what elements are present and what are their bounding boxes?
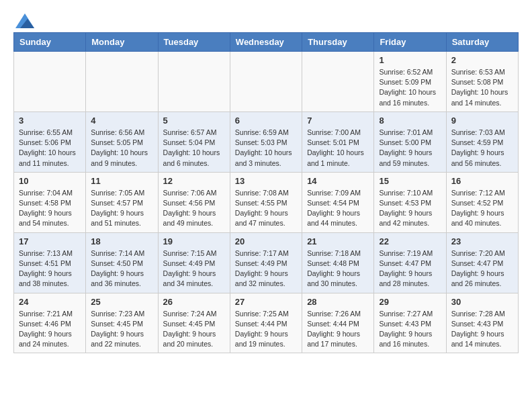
week-row: 24Sunrise: 7:21 AM Sunset: 4:46 PM Dayli… [14,293,519,353]
day-info: Sunrise: 7:18 AM Sunset: 4:48 PM Dayligh… [307,248,369,289]
day-info: Sunrise: 7:10 AM Sunset: 4:53 PM Dayligh… [379,188,441,229]
day-cell: 20Sunrise: 7:17 AM Sunset: 4:49 PM Dayli… [230,232,302,293]
logo [13,13,34,26]
day-number: 24 [19,297,81,307]
day-info: Sunrise: 7:01 AM Sunset: 5:00 PM Dayligh… [379,128,441,169]
day-info: Sunrise: 7:09 AM Sunset: 4:54 PM Dayligh… [307,188,369,229]
day-header-saturday: Saturday [446,33,518,52]
day-number: 19 [163,236,225,246]
day-cell: 5Sunrise: 6:57 AM Sunset: 5:04 PM Daylig… [158,111,230,172]
day-cell [14,52,86,112]
day-number: 8 [379,116,441,126]
day-info: Sunrise: 7:04 AM Sunset: 4:58 PM Dayligh… [19,188,81,229]
day-number: 20 [235,236,297,246]
day-number: 1 [379,55,441,65]
day-cell: 25Sunrise: 7:23 AM Sunset: 4:45 PM Dayli… [86,293,158,353]
day-cell: 6Sunrise: 6:59 AM Sunset: 5:03 PM Daylig… [230,111,302,172]
day-number: 23 [451,236,513,246]
day-cell [86,52,158,112]
day-cell [158,52,230,112]
day-cell: 18Sunrise: 7:14 AM Sunset: 4:50 PM Dayli… [86,232,158,293]
day-number: 26 [163,297,225,307]
day-info: Sunrise: 7:27 AM Sunset: 4:43 PM Dayligh… [379,309,441,350]
day-info: Sunrise: 6:55 AM Sunset: 5:06 PM Dayligh… [19,128,81,169]
day-number: 11 [91,176,152,186]
day-info: Sunrise: 7:12 AM Sunset: 4:52 PM Dayligh… [451,188,513,229]
week-row: 17Sunrise: 7:13 AM Sunset: 4:51 PM Dayli… [14,232,519,293]
day-cell [230,52,302,112]
day-info: Sunrise: 7:03 AM Sunset: 4:59 PM Dayligh… [451,128,513,169]
day-info: Sunrise: 7:15 AM Sunset: 4:49 PM Dayligh… [163,248,225,289]
day-info: Sunrise: 7:13 AM Sunset: 4:51 PM Dayligh… [19,248,81,289]
day-cell: 9Sunrise: 7:03 AM Sunset: 4:59 PM Daylig… [446,111,518,172]
day-header-tuesday: Tuesday [158,33,230,52]
day-number: 28 [307,297,369,307]
day-info: Sunrise: 7:21 AM Sunset: 4:46 PM Dayligh… [19,309,81,350]
day-cell: 28Sunrise: 7:26 AM Sunset: 4:44 PM Dayli… [302,293,374,353]
day-number: 21 [307,236,369,246]
day-number: 18 [91,236,152,246]
week-row: 3Sunrise: 6:55 AM Sunset: 5:06 PM Daylig… [14,111,519,172]
day-info: Sunrise: 7:06 AM Sunset: 4:56 PM Dayligh… [163,188,225,229]
day-number: 30 [451,297,513,307]
day-info: Sunrise: 6:56 AM Sunset: 5:05 PM Dayligh… [91,128,152,169]
day-cell: 13Sunrise: 7:08 AM Sunset: 4:55 PM Dayli… [230,172,302,232]
day-info: Sunrise: 7:00 AM Sunset: 5:01 PM Dayligh… [307,128,369,169]
day-cell: 14Sunrise: 7:09 AM Sunset: 4:54 PM Dayli… [302,172,374,232]
week-row: 10Sunrise: 7:04 AM Sunset: 4:58 PM Dayli… [14,172,519,232]
day-number: 3 [19,116,81,126]
day-cell: 23Sunrise: 7:20 AM Sunset: 4:47 PM Dayli… [446,232,518,293]
day-number: 27 [235,297,297,307]
day-cell: 30Sunrise: 7:28 AM Sunset: 4:43 PM Dayli… [446,293,518,353]
day-info: Sunrise: 7:24 AM Sunset: 4:45 PM Dayligh… [163,309,225,350]
day-number: 22 [379,236,441,246]
day-cell: 19Sunrise: 7:15 AM Sunset: 4:49 PM Dayli… [158,232,230,293]
day-header-wednesday: Wednesday [230,33,302,52]
day-cell: 8Sunrise: 7:01 AM Sunset: 5:00 PM Daylig… [374,111,446,172]
day-header-monday: Monday [86,33,158,52]
day-number: 4 [91,116,152,126]
day-cell: 21Sunrise: 7:18 AM Sunset: 4:48 PM Dayli… [302,232,374,293]
day-info: Sunrise: 7:25 AM Sunset: 4:44 PM Dayligh… [235,309,297,350]
day-number: 12 [163,176,225,186]
day-cell: 3Sunrise: 6:55 AM Sunset: 5:06 PM Daylig… [14,111,86,172]
day-number: 9 [451,116,513,126]
day-header-thursday: Thursday [302,33,374,52]
day-number: 15 [379,176,441,186]
day-cell: 29Sunrise: 7:27 AM Sunset: 4:43 PM Dayli… [374,293,446,353]
week-row: 1Sunrise: 6:52 AM Sunset: 5:09 PM Daylig… [14,52,519,112]
day-cell: 7Sunrise: 7:00 AM Sunset: 5:01 PM Daylig… [302,111,374,172]
day-number: 2 [451,55,513,65]
day-cell: 15Sunrise: 7:10 AM Sunset: 4:53 PM Dayli… [374,172,446,232]
day-cell: 27Sunrise: 7:25 AM Sunset: 4:44 PM Dayli… [230,293,302,353]
day-cell [302,52,374,112]
day-number: 25 [91,297,152,307]
day-number: 6 [235,116,297,126]
day-info: Sunrise: 7:08 AM Sunset: 4:55 PM Dayligh… [235,188,297,229]
header-row: SundayMondayTuesdayWednesdayThursdayFrid… [14,33,519,52]
day-cell: 26Sunrise: 7:24 AM Sunset: 4:45 PM Dayli… [158,293,230,353]
day-info: Sunrise: 7:28 AM Sunset: 4:43 PM Dayligh… [451,309,513,350]
day-info: Sunrise: 6:57 AM Sunset: 5:04 PM Dayligh… [163,128,225,169]
day-info: Sunrise: 7:19 AM Sunset: 4:47 PM Dayligh… [379,248,441,289]
day-info: Sunrise: 7:20 AM Sunset: 4:47 PM Dayligh… [451,248,513,289]
day-cell: 17Sunrise: 7:13 AM Sunset: 4:51 PM Dayli… [14,232,86,293]
logo-icon [15,13,34,28]
day-number: 7 [307,116,369,126]
day-number: 17 [19,236,81,246]
calendar-table: SundayMondayTuesdayWednesdayThursdayFrid… [13,32,519,353]
day-cell: 12Sunrise: 7:06 AM Sunset: 4:56 PM Dayli… [158,172,230,232]
day-info: Sunrise: 6:52 AM Sunset: 5:09 PM Dayligh… [379,67,441,108]
day-cell: 11Sunrise: 7:05 AM Sunset: 4:57 PM Dayli… [86,172,158,232]
header [13,13,519,26]
day-number: 29 [379,297,441,307]
day-info: Sunrise: 7:23 AM Sunset: 4:45 PM Dayligh… [91,309,152,350]
day-info: Sunrise: 7:05 AM Sunset: 4:57 PM Dayligh… [91,188,152,229]
day-info: Sunrise: 6:53 AM Sunset: 5:08 PM Dayligh… [451,67,513,108]
day-cell: 2Sunrise: 6:53 AM Sunset: 5:08 PM Daylig… [446,52,518,112]
day-number: 16 [451,176,513,186]
day-cell: 24Sunrise: 7:21 AM Sunset: 4:46 PM Dayli… [14,293,86,353]
day-info: Sunrise: 6:59 AM Sunset: 5:03 PM Dayligh… [235,128,297,169]
day-header-friday: Friday [374,33,446,52]
day-info: Sunrise: 7:14 AM Sunset: 4:50 PM Dayligh… [91,248,152,289]
